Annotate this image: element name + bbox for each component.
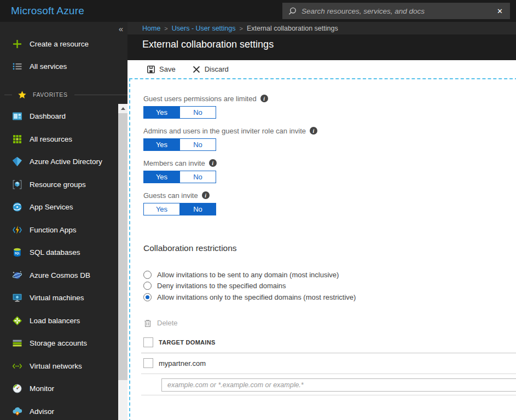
radio-option-allow-invitations-to-be-sent-to-any-domain-most-inclusive[interactable]: Allow invitations to be sent to any doma… [143,269,516,281]
all-resources-icon [12,134,22,144]
radio-option-deny-invitations-to-the-specified-domains[interactable]: Deny invitations to the specified domain… [143,281,516,292]
sidebar-item-create-a-resource[interactable]: Create a resource [0,33,127,55]
command-bar: Save Discard [127,60,516,78]
toggle-label-text: Admins and users in the guest inviter ro… [143,127,306,135]
page-title: External collaboration settings [127,34,516,60]
svg-text:SQL: SQL [15,252,20,255]
toggle-members-can-invite: YesNo [143,171,216,183]
sidebar-item-label: Monitor [30,384,54,393]
sidebar-item-label: Resource groups [30,180,86,189]
scrollbar-up-button[interactable] [118,104,127,113]
sidebar-item-label: Advisor [30,407,54,416]
info-icon[interactable]: i [209,159,217,167]
all-services-icon [12,61,22,72]
sidebar-item-label: Virtual networks [30,362,82,370]
sidebar-item-storage-accounts[interactable]: Storage accounts [0,332,127,355]
toggle-group-admins-and-users-in-the-guest-inviter-role-can-invite: Admins and users in the guest inviter ro… [143,126,516,151]
toggle-yes-button[interactable]: Yes [144,171,179,183]
sidebar-item-dashboard[interactable]: Dashboard [0,105,127,128]
sidebar-item-all-services[interactable]: All services [0,55,127,78]
breadcrumb-current: External collaboration settings [247,25,338,32]
search-input[interactable] [302,7,491,15]
monitor-icon [12,383,22,394]
toggle-guests-can-invite: YesNo [143,203,216,215]
domain-rows: mypartner.com [143,353,516,374]
radio-button[interactable] [143,293,152,301]
delete-button[interactable]: Delete [143,318,516,328]
sidebar-item-function-apps[interactable]: Function Apps [0,219,127,242]
search-close-icon[interactable]: ✕ [495,7,505,15]
sidebar-item-sql-databases[interactable]: SQLSQL databases [0,241,127,264]
virtual-networks-icon [12,361,22,371]
toggle-label: Members can invitei [143,159,516,167]
target-domains-header: TARGET DOMAINS [159,339,216,346]
toggle-no-button[interactable]: No [179,171,216,183]
toggle-yes-button[interactable]: Yes [144,203,179,215]
radio-option-allow-invitations-only-to-the-specified-domains-most-restrictive[interactable]: Allow invitations only to the specified … [143,291,516,303]
breadcrumb-user-settings[interactable]: Users - User settings [172,25,236,32]
toggle-groups: Guest users permissions are limitediYesN… [143,94,516,215]
toggle-yes-button[interactable]: Yes [144,107,179,118]
load-balancers-icon [12,316,22,326]
radio-button[interactable] [143,271,152,279]
top-bar: Microsoft Azure ✕ [0,0,516,22]
toggle-yes-button[interactable]: Yes [144,139,179,150]
discard-button[interactable]: Discard [192,65,229,74]
info-icon[interactable]: i [202,191,210,199]
toggle-group-guests-can-invite: Guests can inviteiYesNo [143,191,516,215]
trash-icon [143,319,152,328]
toggle-label: Admins and users in the guest inviter ro… [143,126,516,135]
info-icon[interactable]: i [310,127,317,135]
divider [74,95,127,95]
resource-groups-icon [12,179,22,190]
sidebar-item-monitor[interactable]: Monitor [0,377,127,400]
sidebar-item-all-resources[interactable]: All resources [0,128,127,151]
collaboration-options: Allow invitations to be sent to any doma… [143,269,516,303]
azure-ad-icon [12,156,22,167]
row-checkbox[interactable] [143,358,153,368]
toggle-no-button[interactable]: No [179,203,216,215]
chevron-right-icon: > [239,25,242,32]
search-icon [288,7,297,16]
sidebar-item-app-services[interactable]: App Services [0,196,127,219]
sidebar-item-advisor[interactable]: Advisor [0,400,127,420]
sidebar-item-label: Function Apps [30,226,77,234]
settings-form: Guest users permissions are limitediYesN… [129,78,516,420]
favorites-label: FAVORITES [33,91,68,98]
select-all-checkbox[interactable] [143,337,153,347]
content-pane: Save Discard Guest users permissions are… [127,60,516,420]
toggle-no-button[interactable]: No [179,107,216,118]
sidebar-item-label: App Services [30,203,73,211]
sidebar-item-label: Create a resource [30,40,89,48]
sidebar-item-azure-cosmos-db[interactable]: Azure Cosmos DB [0,264,127,287]
sidebar-item-azure-active-directory[interactable]: Azure Active Directory [0,150,127,173]
toggle-no-button[interactable]: No [179,139,216,150]
table-header: TARGET DOMAINS [143,337,516,347]
info-icon[interactable]: i [260,95,268,102]
sidebar-favorites-list: DashboardAll resourcesAzure Active Direc… [0,105,127,420]
toggle-group-members-can-invite: Members can inviteiYesNo [143,159,516,183]
sidebar-item-resource-groups[interactable]: Resource groups [0,173,127,196]
sidebar-item-label: Storage accounts [30,339,87,347]
sidebar-item-virtual-networks[interactable]: Virtual networks [0,355,127,378]
scrollbar-thumb[interactable] [118,113,127,380]
star-icon [18,90,27,100]
up-arrow-icon [121,107,125,110]
advisor-icon [12,406,22,417]
radio-label: Allow invitations to be sent to any doma… [157,271,339,279]
toggle-guest-users-permissions-are-limited: YesNo [143,106,216,119]
divider [4,95,12,95]
storage-accounts-icon [12,338,22,348]
sidebar-collapse-icon[interactable]: « [119,24,123,33]
sidebar-item-virtual-machines[interactable]: Virtual machines [0,287,127,310]
radio-button[interactable] [143,282,152,290]
sidebar-item-load-balancers[interactable]: Load balancers [0,310,127,332]
sidebar-scrollbar[interactable] [118,104,127,420]
domain-cell: mypartner.com [159,359,206,368]
new-domain-input[interactable] [161,378,516,392]
app-services-icon [12,202,22,212]
breadcrumb-home[interactable]: Home [142,25,160,32]
save-button[interactable]: Save [147,65,176,74]
new-domain-row [143,374,516,395]
plus-icon [12,39,22,49]
